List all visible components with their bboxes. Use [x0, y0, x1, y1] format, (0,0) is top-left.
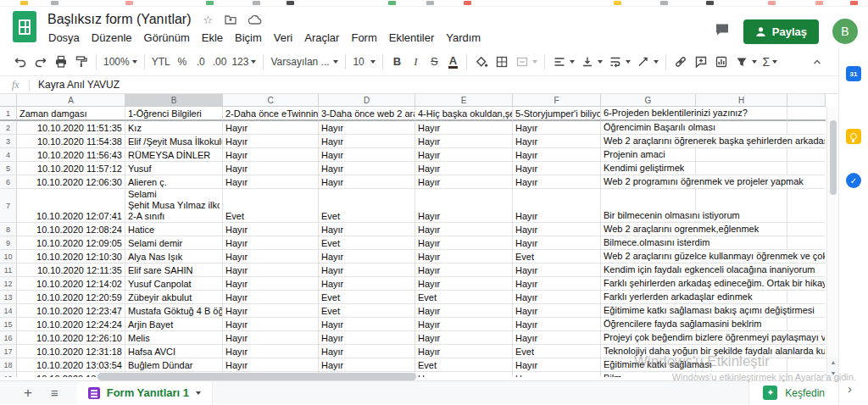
cell-C10[interactable]: Hayır — [223, 250, 319, 264]
cell-F13[interactable]: Hayır — [513, 291, 601, 304]
cell-A7[interactable]: 10.10.2020 12:07:41 — [17, 189, 125, 223]
cell-partial[interactable] — [787, 358, 826, 372]
star-icon[interactable]: ☆ — [203, 14, 214, 25]
cell-G8[interactable]: Web 2 araçlarını ogrenmek,eğlenmek — [601, 223, 696, 236]
menu-veri[interactable]: Veri — [268, 30, 298, 46]
cell-D13[interactable]: Evet — [319, 291, 415, 304]
cell-C3[interactable]: Hayır — [223, 135, 319, 148]
cell-B4[interactable]: RÜMEYSA DİNLER — [125, 148, 223, 162]
menu-görünüm[interactable]: Görünüm — [138, 30, 196, 46]
cell-E7[interactable]: Hayır — [415, 189, 513, 223]
cell-F1[interactable]: 5-Storyjumper'i biliyor mu — [513, 107, 601, 121]
cell-E9[interactable]: Hayır — [415, 236, 513, 250]
menu-araçlar[interactable]: Araçlar — [298, 30, 345, 46]
insert-comment-button[interactable] — [691, 52, 711, 72]
cell-B8[interactable]: Hatice — [125, 223, 223, 236]
cell-E8[interactable]: Hayır — [415, 223, 513, 236]
menu-yardım[interactable]: Yardım — [440, 30, 487, 46]
row-header-1[interactable]: 1 — [0, 107, 17, 121]
row-header-11[interactable]: 11 — [0, 264, 17, 277]
sheets-logo-icon[interactable] — [13, 11, 36, 42]
column-header-B[interactable]: B — [125, 94, 223, 107]
cell-A10[interactable]: 10.10.2020 12:10:30 — [17, 250, 125, 264]
font-size-select[interactable]: 10 — [350, 52, 378, 72]
move-folder-icon[interactable] — [225, 14, 236, 25]
borders-button[interactable] — [492, 52, 512, 72]
cell-G3[interactable]: Web 2 araçlarını öğrenerek başka şehirle… — [601, 135, 696, 148]
cell-F8[interactable]: Hayır — [513, 223, 601, 236]
cell-A9[interactable]: 10.10.2020 12:09:05 — [17, 236, 125, 250]
cell-E16[interactable]: Hayır — [415, 331, 513, 345]
cell-C17[interactable]: Hayır — [223, 345, 319, 358]
cell-H4[interactable] — [696, 148, 787, 162]
cell-F19[interactable]: Hayır — [513, 372, 601, 377]
row-header-8[interactable]: 8 — [0, 223, 17, 236]
row-header-16[interactable]: 16 — [0, 331, 17, 345]
cell-C4[interactable]: Hayır — [223, 148, 319, 162]
cell-partial[interactable] — [787, 223, 826, 236]
cell-D4[interactable]: Hayır — [319, 148, 415, 162]
cell-F11[interactable]: Hayır — [513, 264, 601, 277]
cell-partial[interactable] — [787, 189, 826, 223]
cell-C12[interactable]: Hayır — [223, 277, 319, 291]
cell-D14[interactable]: Evet — [319, 304, 415, 318]
comment-history-icon[interactable] — [715, 23, 730, 40]
bold-button[interactable]: B — [387, 52, 406, 72]
cell-A15[interactable]: 10.10.2020 12:24:24 — [17, 318, 125, 331]
collapse-toolbar-button[interactable] — [808, 52, 826, 72]
zoom-select[interactable]: 100% — [101, 52, 140, 72]
menu-biçim[interactable]: Biçim — [229, 30, 268, 46]
cell-C13[interactable]: Hayır — [223, 291, 319, 304]
cell-partial[interactable] — [787, 318, 826, 331]
cell-B18[interactable]: Buğlem Dündar — [125, 358, 223, 372]
cell-E4[interactable]: Hayır — [415, 148, 513, 162]
add-sheet-button[interactable]: + — [24, 385, 32, 402]
increase-decimal-button[interactable]: .00 — [210, 52, 230, 72]
column-header-C[interactable]: C — [223, 94, 319, 107]
row-header-14[interactable]: 14 — [0, 304, 17, 318]
cell-partial[interactable] — [787, 121, 826, 135]
row-header-19[interactable]: 19 — [0, 372, 17, 377]
row-header-13[interactable]: 13 — [0, 291, 17, 304]
cell-D10[interactable]: Hayır — [319, 250, 415, 264]
cell-E15[interactable]: Hayır — [415, 318, 513, 331]
row-header-17[interactable]: 17 — [0, 345, 17, 358]
cell-B14[interactable]: Mustafa Göktuğ 4 B öğre — [125, 304, 223, 318]
vertical-scrollbar[interactable]: ▲ ▼ — [826, 107, 838, 380]
cell-G7[interactable]: Bir bilmecenin olmasını istiyorum — [601, 189, 696, 223]
functions-button[interactable]: Σ — [760, 52, 780, 72]
cell-H5[interactable] — [696, 162, 787, 175]
cell-A5[interactable]: 10.10.2020 11:57:12 — [17, 162, 125, 175]
horizontal-scrollbar[interactable] — [97, 373, 416, 380]
cell-G5[interactable]: Kendimi geliştirmek — [601, 162, 696, 175]
cell-C15[interactable]: Hayır — [223, 318, 319, 331]
column-header-A[interactable]: A — [17, 94, 125, 107]
text-rotation-button[interactable] — [633, 52, 661, 72]
cell-C7[interactable]: Evet — [223, 189, 319, 223]
insert-link-button[interactable] — [670, 52, 691, 72]
cell-F17[interactable]: Evet — [513, 345, 601, 358]
create-filter-button[interactable] — [732, 52, 760, 72]
cell-F4[interactable]: Hayır — [513, 148, 601, 162]
cell-C6[interactable]: Hayır — [223, 175, 319, 189]
cell-A13[interactable]: 10.10.2020 12:20:59 — [17, 291, 125, 304]
share-button[interactable]: Paylaş — [743, 19, 819, 44]
cell-A8[interactable]: 10.10.2020 12:08:24 — [17, 223, 125, 236]
cell-E18[interactable]: Evet — [415, 358, 513, 372]
cell-F14[interactable]: Hayır — [513, 304, 601, 318]
cell-D9[interactable]: Evet — [319, 236, 415, 250]
cell-C16[interactable]: Hayır — [223, 331, 319, 345]
cell-B2[interactable]: Kız — [125, 121, 223, 135]
all-sheets-button[interactable]: ≡ — [51, 386, 58, 400]
redo-button[interactable] — [31, 52, 51, 72]
cell-G12[interactable]: Farklı şehirlerden arkadaş edineceğim. O… — [601, 277, 696, 291]
grid-corner[interactable] — [0, 94, 17, 107]
cell-G9[interactable]: Bilmece.olmasını isterdim — [601, 236, 696, 250]
horizontal-align-button[interactable] — [549, 52, 577, 72]
cell-partial[interactable] — [787, 162, 826, 175]
cell-A3[interactable]: 10.10.2020 11:54:38 — [17, 135, 125, 148]
cell-D2[interactable]: Hayır — [319, 121, 415, 135]
vertical-scrollbar-thumb[interactable] — [830, 120, 837, 195]
cell-F12[interactable]: Hayır — [513, 277, 601, 291]
cell-E19[interactable]: Hayır — [415, 372, 513, 377]
